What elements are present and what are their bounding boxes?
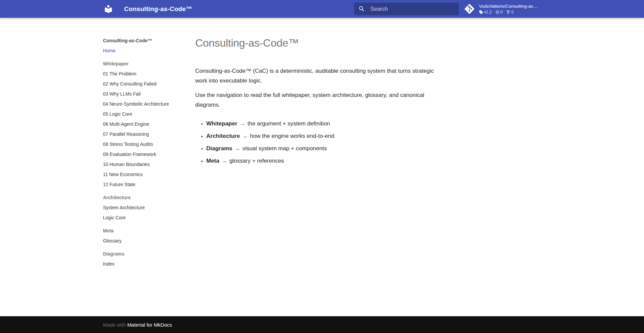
site-logo[interactable] [103, 4, 113, 14]
footer: Made withMaterial for MkDocs [0, 316, 644, 333]
git-icon [464, 3, 475, 14]
sidebar-item-04-neuro-symbolic-architecture[interactable]: 04 Neuro-Symbolic Architecture [103, 99, 184, 109]
arrow-text: → [240, 120, 245, 126]
section-list: Whitepaper→the argument + system definit… [195, 119, 444, 166]
star-icon [495, 10, 499, 14]
sidebar-item-glossary[interactable]: Glossary [103, 236, 184, 246]
page: Consulting-as-Code™ VuduVations/Consul [0, 0, 644, 333]
sidebar-nav: Consulting-as-Code™ Home Whitepaper 01 T… [103, 18, 184, 269]
sidebar-item-08-stress-testing-audits[interactable]: 08 Stress Testing Audits [103, 139, 184, 149]
fork-icon [506, 10, 510, 14]
header: Consulting-as-Code™ VuduVations/Consul [0, 0, 644, 18]
library-icon [104, 4, 113, 14]
search-input[interactable] [370, 5, 455, 12]
sidebar-item-12-future-state[interactable]: 12 Future State [103, 179, 184, 189]
sidebar-item-05-logic-core[interactable]: 05 Logic Core [103, 109, 184, 119]
bullet-term: Diagrams [206, 145, 232, 152]
repo-name: VuduVations/Consulting-as… [479, 4, 538, 9]
repo-stars: 0 [495, 10, 503, 14]
repo-version-label: v1.2 [484, 10, 492, 14]
repo-forks: 0 [506, 10, 514, 14]
bullet-desc: visual system map + components [243, 145, 327, 152]
main-content: Consulting-as-Code™ Consulting-as-Code™ … [195, 18, 444, 168]
list-item-architecture: Architecture→how the engine works end-to… [206, 131, 444, 141]
sidebar-item-11-new-economics[interactable]: 11 New Economics [103, 169, 184, 179]
sidebar-item-index[interactable]: Index [103, 259, 184, 269]
sidebar-item-01-the-problem[interactable]: 01 The Problem [103, 69, 184, 79]
list-item-diagrams: Diagrams→visual system map + components [206, 144, 444, 153]
sidebar-item-06-multi-agent-engine[interactable]: 06 Multi-Agent Engine [103, 119, 184, 129]
bullet-desc: glossary + references [229, 158, 284, 164]
list-item-whitepaper: Whitepaper→the argument + system definit… [206, 119, 444, 128]
search-icon [358, 5, 365, 12]
arrow-text: → [234, 145, 240, 151]
repo-version: v1.2 [479, 10, 492, 14]
nav-hint-paragraph: Use the navigation to read the full whit… [195, 90, 444, 110]
bullet-desc: how the engine works end-to-end [250, 133, 334, 139]
header-inner: Consulting-as-Code™ VuduVations/Consul [103, 0, 541, 18]
sidebar-item-10-human-boundaries[interactable]: 10 Human Boundaries [103, 159, 184, 169]
sidebar-item-09-evaluation-framework[interactable]: 09 Evaluation Framework [103, 149, 184, 159]
repo-link[interactable]: VuduVations/Consulting-as… v1.2 [464, 3, 541, 14]
sidebar-section-meta: Meta [103, 226, 184, 236]
repo-forks-count: 0 [511, 10, 514, 14]
repo-text: VuduVations/Consulting-as… v1.2 [479, 4, 538, 14]
bullet-term: Whitepaper [206, 120, 237, 127]
intro-paragraph: Consulting-as-Code™ (CaC) is a determini… [195, 66, 444, 86]
search-bar[interactable] [354, 3, 459, 15]
arrow-text: → [222, 158, 227, 164]
tag-icon [479, 10, 483, 14]
footer-mkdocs-link[interactable]: Material for MkDocs [127, 322, 172, 328]
sidebar-item-03-why-llms-fail[interactable]: 03 Why LLMs Fail [103, 89, 184, 99]
bullet-term: Architecture [206, 133, 240, 139]
bullet-term: Meta [206, 158, 219, 164]
footer-inner: Made withMaterial for MkDocs [103, 322, 541, 328]
sidebar-title: Consulting-as-Code™ [103, 36, 184, 46]
sidebar-section-diagrams: Diagrams [103, 249, 184, 259]
footer-made-with: Made with [103, 322, 126, 328]
sidebar-item-home[interactable]: Home [103, 46, 184, 56]
page-title: Consulting-as-Code™ [195, 36, 444, 50]
sidebar-item-02-why-consulting-failed[interactable]: 02 Why Consulting Failed [103, 79, 184, 89]
site-title[interactable]: Consulting-as-Code™ [124, 5, 192, 13]
main-wrap: Consulting-as-Code™ Home Whitepaper 01 T… [103, 18, 541, 316]
sidebar-section-architecture: Architecture [103, 192, 184, 203]
sidebar-item-07-parallel-reasoning[interactable]: 07 Parallel Reasoning [103, 129, 184, 139]
repo-facts: v1.2 0 [479, 10, 538, 14]
bullet-desc: the argument + system definition [248, 120, 330, 127]
list-item-meta: Meta→glossary + references [206, 156, 444, 166]
arrow-text: → [242, 133, 248, 139]
sidebar-item-system-architecture[interactable]: System Architecture [103, 203, 184, 213]
sidebar-item-logic-core[interactable]: Logic Core [103, 213, 184, 223]
repo-stars-count: 0 [500, 10, 503, 14]
sidebar-section-whitepaper: Whitepaper [103, 59, 184, 69]
